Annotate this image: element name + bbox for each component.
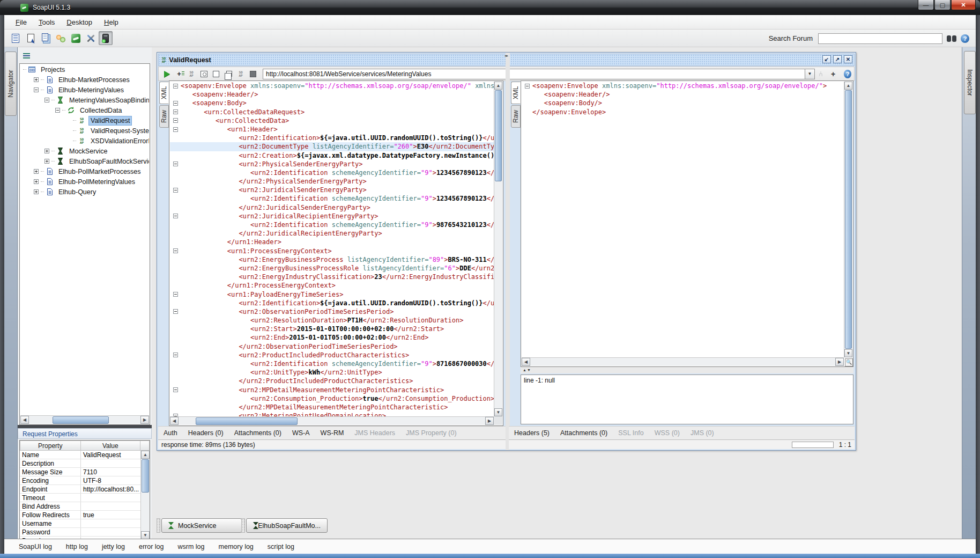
tree-expander[interactable] bbox=[44, 149, 49, 153]
xml-line[interactable]: <urn2:Identification schemeAgencyIdentif… bbox=[170, 194, 494, 203]
xml-line[interactable]: <soapenv:Header/> bbox=[170, 90, 494, 99]
fold-collapse-icon[interactable] bbox=[173, 309, 178, 314]
response-tab-xml[interactable]: XML bbox=[511, 82, 521, 104]
xml-line[interactable]: <urn2:Identification schemeAgencyIdentif… bbox=[170, 168, 494, 177]
response-editor[interactable]: <soapenv:Envelope xmlns:soapenv="http://… bbox=[521, 80, 853, 367]
xml-line[interactable]: <urn2:Identification>${=java.util.UUID.r… bbox=[170, 134, 494, 142]
tree-expander[interactable] bbox=[44, 159, 49, 164]
property-row-description[interactable]: Description bbox=[20, 459, 141, 468]
tree-expander[interactable] bbox=[44, 98, 49, 102]
tree-item-elhub-marketprocesses[interactable]: Elhub-MarketProcesses bbox=[20, 75, 149, 85]
property-row-message-size[interactable]: Message Size7110 bbox=[20, 468, 141, 476]
response-tab-headers-5[interactable]: Headers (5) bbox=[509, 427, 555, 439]
fold-collapse-icon[interactable] bbox=[173, 188, 178, 193]
xml-line[interactable]: <urn2:Creation>${=javax.xml.datatype.Dat… bbox=[170, 151, 494, 160]
minimized-window-drag-handle[interactable] bbox=[157, 518, 160, 533]
tree-item-elhub-query[interactable]: Elhub-Query bbox=[20, 187, 149, 197]
property-value[interactable]: http://localhost:80... bbox=[81, 485, 141, 493]
property-row-timeout[interactable]: Timeout bbox=[20, 494, 141, 502]
minimize-button[interactable]: — bbox=[918, 0, 934, 10]
xml-line[interactable]: <urn2:DocumentType listAgencyIdentifier=… bbox=[170, 142, 494, 151]
property-row-endpoint[interactable]: Endpointhttp://localhost:80... bbox=[20, 485, 141, 494]
tree-options-icon[interactable] bbox=[23, 53, 31, 58]
value-column-header[interactable]: Value bbox=[81, 440, 141, 451]
xml-line[interactable]: <urn2:Identification schemeAgencyIdentif… bbox=[170, 221, 494, 229]
tree-expander[interactable] bbox=[34, 77, 39, 82]
request-tab-headers-0[interactable]: Headers (0) bbox=[183, 427, 229, 439]
response-splitter[interactable] bbox=[521, 367, 853, 373]
xml-line[interactable]: <urn2:EnergyBusinessProcess listAgencyId… bbox=[170, 255, 494, 264]
menu-file[interactable]: File bbox=[10, 16, 33, 28]
help-icon[interactable]: ? bbox=[961, 34, 969, 43]
log-tab-error-log[interactable]: error log bbox=[132, 540, 171, 553]
minimized-window-mockservice[interactable]: MockService bbox=[161, 518, 242, 533]
xml-line[interactable]: <urn2:ObservationPeriodTimeSeriesPeriod> bbox=[170, 307, 494, 316]
log-tab-jetty-log[interactable]: jetty log bbox=[95, 540, 132, 553]
request-tab-ws-a[interactable]: WS-A bbox=[287, 427, 315, 439]
fold-collapse-icon[interactable] bbox=[173, 127, 178, 132]
xml-line[interactable]: </urn2:JuridicalSenderEnergyParty> bbox=[170, 203, 494, 212]
import-project-icon[interactable] bbox=[24, 31, 38, 45]
xml-line[interactable]: <urn2:ResolutionDuration>PT1H</urn2:Reso… bbox=[170, 316, 494, 325]
fold-collapse-icon[interactable] bbox=[525, 84, 530, 89]
inspector-tab[interactable]: Inspector bbox=[964, 51, 976, 114]
add-to-testcase-icon[interactable]: + bbox=[173, 68, 185, 80]
xml-line[interactable]: <urn2:MeteringPointUsedDomainLocation> bbox=[170, 412, 494, 416]
tree-item-validrequest-system-securi[interactable]: SOAPValidRequest-System/Securi bbox=[20, 126, 149, 136]
recreate-request-icon[interactable] bbox=[198, 68, 210, 80]
xml-line[interactable]: <soapenv:Header/> bbox=[522, 90, 844, 99]
add-endpoint-icon[interactable]: + bbox=[827, 68, 839, 80]
create-monitor-icon[interactable]: SOAP bbox=[235, 68, 247, 80]
preferences-icon[interactable] bbox=[84, 31, 98, 45]
add-assertion-icon[interactable]: ⑂ bbox=[815, 68, 827, 80]
request-tab-raw[interactable]: Raw bbox=[159, 105, 169, 128]
maximize-button[interactable]: ▢ bbox=[934, 0, 951, 10]
request-tab-xml[interactable]: XML bbox=[159, 82, 169, 104]
xml-line[interactable]: <urn2:End>2015-01-01T05:00:00+02:00</urn… bbox=[170, 333, 494, 342]
request-tab-ws-rm[interactable]: WS-RM bbox=[315, 427, 350, 439]
forum-icon[interactable] bbox=[54, 31, 68, 45]
endpoint-dropdown-icon[interactable]: ▼ bbox=[805, 69, 815, 79]
frame-maximize-icon[interactable]: ↗ bbox=[833, 55, 842, 63]
tree-item-elhubsoapfaultmockservice[interactable]: ElhubSoapFaultMockService bbox=[20, 156, 149, 166]
xml-line[interactable]: <urn2:JuridicalSenderEnergyParty> bbox=[170, 186, 494, 194]
tree-expander[interactable] bbox=[55, 108, 60, 113]
xml-line[interactable]: <soapenv:Body> bbox=[170, 99, 494, 107]
tree-item-meteringvaluessoapbinding[interactable]: MeteringValuesSoapBinding bbox=[20, 95, 149, 105]
xml-line[interactable]: </urn1:Header> bbox=[170, 238, 494, 246]
tree-expander[interactable] bbox=[34, 169, 39, 174]
tree-item-collecteddata[interactable]: CollectedData bbox=[20, 105, 149, 115]
cancel-request-icon[interactable] bbox=[247, 68, 259, 80]
request-help-icon[interactable]: ? bbox=[840, 68, 851, 80]
xml-line[interactable]: <urn:CollectedData> bbox=[170, 116, 494, 125]
search-icon[interactable] bbox=[947, 35, 956, 42]
response-tab-raw[interactable]: Raw bbox=[511, 105, 521, 128]
xml-line[interactable]: <urn2:Consumption_Production>true</urn2:… bbox=[170, 394, 494, 403]
editor-splitter[interactable] bbox=[506, 53, 510, 450]
xml-line[interactable]: <urn2:JuridicalRecipientEnergyParty> bbox=[170, 212, 494, 221]
xml-line[interactable]: <soapenv:Body/> bbox=[522, 99, 844, 107]
property-value[interactable] bbox=[81, 494, 141, 502]
add-to-mockservice-icon[interactable]: SOAP bbox=[185, 68, 197, 80]
property-row-follow-redirects[interactable]: Follow Redirectstrue bbox=[20, 511, 141, 519]
xml-line[interactable]: <urn1:Header> bbox=[170, 125, 494, 134]
property-row-bind-address[interactable]: Bind Address bbox=[20, 502, 141, 511]
property-row-name[interactable]: NameValidRequest bbox=[20, 451, 141, 459]
property-value[interactable] bbox=[81, 502, 141, 510]
xml-line[interactable]: </urn2:ObservationPeriodTimeSeriesPeriod… bbox=[170, 342, 494, 351]
fold-collapse-icon[interactable] bbox=[173, 101, 178, 106]
xml-line[interactable]: </urn1:ProcessEnergyContext> bbox=[170, 281, 494, 290]
xml-line[interactable]: <urn2:ProductIncludedProductCharacterist… bbox=[170, 351, 494, 359]
request-vertical-scrollbar[interactable]: ▲ ▼ bbox=[494, 82, 502, 416]
log-tab-http-log[interactable]: http log bbox=[59, 540, 95, 553]
property-row-password[interactable]: Password bbox=[20, 528, 141, 537]
response-log[interactable]: line -1: null bbox=[521, 375, 853, 424]
property-column-header[interactable]: Property bbox=[20, 440, 81, 451]
xml-line[interactable]: <soapenv:Envelope xmlns:soapenv="http://… bbox=[170, 82, 494, 90]
xml-line[interactable]: <urn2:MPDetailMeasurementMeteringPointCh… bbox=[170, 386, 494, 394]
menu-tools[interactable]: Tools bbox=[33, 16, 61, 28]
fold-collapse-icon[interactable] bbox=[173, 387, 178, 392]
xml-line[interactable]: <urn2:UnitType>kWh</urn2:UnitType> bbox=[170, 368, 494, 377]
xml-line[interactable]: <urn2:PhysicalSenderEnergyParty> bbox=[170, 160, 494, 168]
log-tab-script-log[interactable]: script log bbox=[261, 540, 301, 553]
